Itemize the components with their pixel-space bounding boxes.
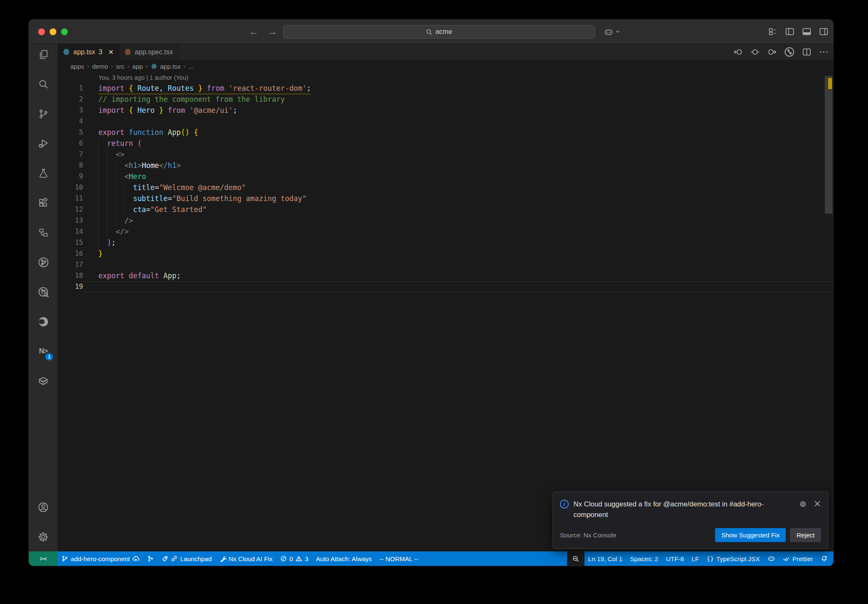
notification-settings-gear-icon[interactable] [799,500,807,508]
source-control-icon[interactable] [35,105,52,122]
testing-icon[interactable] [35,165,52,182]
code-line[interactable]: 9 <Hero [58,171,833,182]
toggle-panel-icon[interactable] [801,26,812,37]
code-line[interactable]: 4 [58,116,833,127]
project-graph-icon[interactable] [35,224,52,241]
nx-console-icon[interactable]: N> 1 [35,343,52,360]
notifications-bell-item[interactable] [817,551,833,566]
code-line[interactable]: 13 /> [58,215,833,226]
line-number[interactable]: 2 [58,94,83,105]
command-center-search[interactable]: acme [283,25,595,39]
breadcrumb-item[interactable]: src [116,63,124,70]
line-number[interactable]: 13 [58,215,83,226]
line-number[interactable]: 17 [58,259,83,270]
line-number[interactable]: 19 [58,281,83,292]
tab-app-tsx[interactable]: app.tsx 3 ✕ [58,44,119,60]
breadcrumb-item[interactable]: demo [92,63,108,70]
accounts-icon[interactable] [35,499,52,516]
code-line[interactable]: 15 ); [58,237,833,248]
line-number[interactable]: 6 [58,138,83,149]
breadcrumb-item[interactable]: app.tsx [160,63,181,70]
search-icon[interactable] [35,76,52,92]
code-line[interactable]: 17 [58,259,833,270]
gitlens-icon[interactable] [35,254,52,271]
remote-indicator[interactable]: >< [29,551,58,566]
more-actions-icon[interactable] [818,47,829,57]
line-number[interactable]: 12 [58,204,83,215]
line-number[interactable]: 16 [58,248,83,259]
toggle-primary-sidebar-icon[interactable] [785,26,795,37]
settings-gear-icon[interactable] [35,528,52,545]
show-suggested-fix-button[interactable]: Show Suggested Fix [715,528,786,542]
customize-layout-icon[interactable] [768,26,778,37]
navigate-forward-icon[interactable]: → [268,26,277,37]
language-mode-item[interactable]: {} TypeScript JSX [703,551,763,566]
close-tab-icon[interactable]: ✕ [108,48,114,56]
problems-item[interactable]: 0 3 [276,551,312,566]
line-number[interactable]: 18 [58,270,83,281]
close-notification-icon[interactable] [814,500,821,507]
auto-attach-item[interactable]: Auto Attach: Always [312,551,376,566]
code-line[interactable]: 7 <> [58,149,833,160]
close-window-button[interactable] [38,28,45,35]
line-number[interactable]: 14 [58,226,83,237]
toggle-secondary-sidebar-icon[interactable] [818,26,829,37]
encoding-item[interactable]: UTF-8 [662,551,688,566]
line-number[interactable]: 7 [58,149,83,160]
breadcrumb-item[interactable]: app [132,63,143,70]
launchpad-item[interactable]: Launchpad [158,551,215,566]
containers-icon[interactable] [35,372,52,389]
tab-app-spec-tsx[interactable]: app.spec.tsx [119,44,178,60]
next-change-icon[interactable] [767,47,777,57]
eol-item[interactable]: LF [688,551,703,566]
split-editor-icon[interactable] [801,47,812,57]
gitlens-inspect-icon[interactable] [35,283,52,300]
line-number[interactable]: 10 [58,182,83,193]
line-number[interactable]: 5 [58,127,83,138]
code-line[interactable]: 11 subtitle="Build something amazing tod… [58,193,833,204]
zoom-window-button[interactable] [61,28,68,35]
line-number[interactable]: 4 [58,116,83,127]
reject-button[interactable]: Reject [790,528,821,542]
nx-cloud-ai-fix-item[interactable]: Nx Cloud AI Fix [216,551,276,566]
code-line[interactable]: 3import { Hero } from '@acme/ui'; [58,105,833,116]
extensions-icon[interactable] [35,194,52,211]
code-line[interactable]: 18export default App; [58,270,833,281]
current-change-icon[interactable] [750,47,760,57]
line-number[interactable]: 15 [58,237,83,248]
code-line[interactable]: 10 title="Welcmoe @acme/demo" [58,182,833,193]
line-number[interactable]: 1 [58,83,83,94]
code-line[interactable]: 8 <h1>Home</h1> [58,160,833,171]
vim-mode-item[interactable]: -- NORMAL -- [376,551,422,566]
commit-graph-item[interactable] [143,551,158,566]
code-line[interactable]: 14 </> [58,226,833,237]
minimize-window-button[interactable] [50,28,56,35]
code-line[interactable]: 16} [58,248,833,259]
code-line[interactable]: 6 return ( [58,138,833,149]
git-branch-item[interactable]: add-hero-component [58,551,143,566]
indentation-item[interactable]: Spaces: 2 [626,551,662,566]
copilot-status-item[interactable] [764,551,779,566]
navigate-back-icon[interactable]: ← [249,26,259,37]
zoom-indicator[interactable] [567,551,584,566]
run-debug-icon[interactable] [35,135,52,152]
code-line[interactable]: 5export function App() { [58,127,833,138]
copilot-menu[interactable] [604,27,620,37]
formatter-item[interactable]: Prettier [779,551,817,566]
line-number[interactable]: 9 [58,171,83,182]
code-line[interactable]: 19 [58,281,833,292]
line-number[interactable]: 11 [58,193,83,204]
breadcrumb-item[interactable]: ... [189,63,194,70]
editor-scrollbar[interactable] [825,76,832,214]
line-number[interactable]: 8 [58,160,83,171]
breadcrumb-item[interactable]: apps [70,63,84,70]
source-control-graph-icon[interactable] [784,46,795,58]
editor-pane[interactable]: You, 3 hours ago | 1 author (You)1import… [58,73,833,551]
previous-change-icon[interactable] [733,47,743,57]
explorer-icon[interactable] [35,46,52,63]
line-number[interactable]: 3 [58,105,83,116]
cursor-position-item[interactable]: Ln 19, Col 1 [584,551,626,566]
code-line[interactable]: 12 cta="Get Started" [58,204,833,215]
edge-browser-icon[interactable] [35,313,52,330]
code-line[interactable]: 1import { Route, Routes } from 'react-ro… [58,83,833,94]
